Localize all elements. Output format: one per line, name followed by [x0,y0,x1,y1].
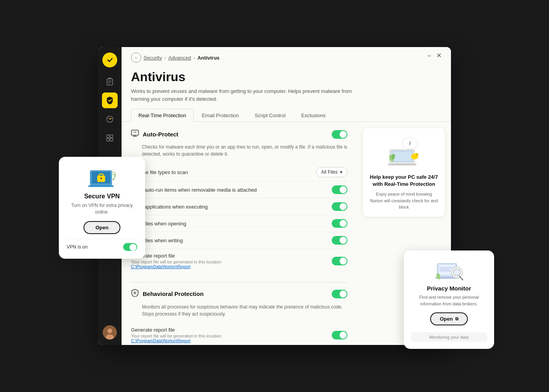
svg-rect-22 [388,164,416,166]
auto-protect-title-row: Auto-Protect [131,130,178,139]
vpn-status-text: VPN is on [67,244,87,250]
page-description: Works to prevent viruses and malware fro… [131,87,366,103]
privacy-title: Privacy Monitor [411,285,487,292]
svg-rect-9 [110,138,113,141]
auto-protect-section: Auto-Protect ✓ Checks for malware each t… [131,130,347,273]
page-title: Antivirus [131,70,442,84]
back-button[interactable]: ‹ [131,53,141,63]
report-file-sublabel: Your report file will be generated in th… [131,260,332,264]
privacy-illustration [435,258,463,281]
behav-report-path[interactable]: C:\ProgramData\Norton\Report [131,338,332,343]
user-avatar[interactable] [103,325,117,339]
performance-icon[interactable] [102,111,118,127]
apps-executing-label: Scan applications when executing [131,204,332,210]
report-file-toggle[interactable]: ✓ [332,257,347,265]
window-controls: – ✕ [427,53,442,59]
behav-report-row: Generate report file Your report file wi… [131,323,347,345]
promo-card-desc: Enjoy peace of mind knowing Norton will … [369,191,438,211]
tab-script[interactable]: Script Control [247,109,293,122]
svg-rect-32 [88,185,114,187]
vpn-status-row: VPN is on ✓ [67,239,137,251]
svg-point-34 [100,178,102,179]
promo-illustration: i [369,134,438,170]
main-split: Auto-Protect ✓ Checks for malware each t… [122,122,451,345]
title-bar: ‹ Security › Advanced › Antivirus – ✕ [122,47,451,63]
privacy-open-button[interactable]: Open ⧉ [430,312,467,325]
svg-point-40 [453,269,460,276]
auto-protect-toggle[interactable]: ✓ [332,130,347,139]
svg-rect-21 [392,151,412,161]
autorun-row: Scan auto-run items when removable media… [131,181,347,198]
apps-executing-toggle[interactable]: ✓ [332,202,347,211]
external-link-icon: ⧉ [455,316,458,321]
svg-point-11 [107,328,112,333]
vpn-popup: Secure VPN Turn on VPN for extra privacy… [59,157,145,259]
report-file-label: Generate report file [131,253,332,259]
behav-report-label: Generate report file [131,327,332,333]
auto-protect-title: Auto-Protect [143,131,178,138]
tab-email[interactable]: Email Protection [195,109,247,122]
svg-point-18 [134,292,136,294]
privacy-desc: Find and remove your personal informatio… [411,294,487,307]
tab-exclusions[interactable]: Exclusions [294,109,333,122]
tab-realtime[interactable]: Real-Time Protection [131,109,194,122]
breadcrumb-advanced[interactable]: Advanced [168,55,191,61]
files-opening-row: Scan files when opening ✓ [131,215,347,232]
file-types-label: Choose file types to scan [131,169,316,175]
apps-executing-row: Scan applications when executing ✓ [131,198,347,215]
svg-line-41 [460,276,463,280]
behav-report-sublabel: Your report file will be generated in th… [131,334,332,338]
tab-bar: Real-Time Protection Email Protection Sc… [122,103,451,122]
report-file-row: Generate report file Your report file wi… [131,249,347,273]
file-types-row: Choose file types to scan All Files ▾ [131,163,347,181]
auto-protect-icon [131,130,139,139]
vpn-toggle[interactable]: ✓ [123,243,137,251]
behav-report-toggle[interactable]: ✓ [332,331,347,339]
auto-protect-header: Auto-Protect ✓ [131,130,347,139]
dropdown-arrow-icon: ▾ [340,169,342,175]
minimize-button[interactable]: – [427,53,431,59]
behavioral-icon [131,289,139,299]
apps-icon[interactable] [102,130,118,146]
realtime-promo-card: i Help keep your PC safe [363,128,445,217]
content-area: ‹ Security › Advanced › Antivirus – ✕ An… [122,47,451,345]
report-file-path[interactable]: C:\ProgramData\Norton\Report [131,264,332,269]
files-opening-label: Scan files when opening [131,221,332,227]
section-divider [131,282,347,283]
auto-protect-desc: Checks for malware each time you or an a… [131,143,347,158]
behavioral-header: Behavioral Protection ✓ [131,289,347,299]
breadcrumb-sep1: › [164,55,166,61]
svg-rect-8 [107,138,109,141]
autorun-label: Scan auto-run items when removable media… [131,187,332,193]
behavioral-toggle[interactable]: ✓ [332,290,347,298]
breadcrumb-security[interactable]: Security [144,55,162,61]
promo-card-title: Help keep your PC safe 24/7 with Real-Ti… [369,174,438,188]
svg-rect-7 [110,135,113,138]
behavioral-title-row: Behavioral Protection [131,289,204,299]
breadcrumb-sep2: › [193,55,195,61]
breadcrumb-current: Antivirus [197,55,219,61]
behavioral-title: Behavioral Protection [143,290,204,297]
file-type-dropdown[interactable]: All Files ▾ [316,167,347,177]
files-writing-row: Scan files when writing ✓ [131,232,347,249]
vpn-open-button[interactable]: Open [84,221,120,234]
files-opening-toggle[interactable]: ✓ [332,219,347,228]
autorun-toggle[interactable]: ✓ [332,185,347,194]
close-button[interactable]: ✕ [436,53,442,59]
behavioral-section: Behavioral Protection ✓ Monitors all pro… [131,289,347,345]
files-writing-toggle[interactable]: ✓ [332,236,347,245]
svg-rect-6 [107,135,109,138]
main-window: ‹ Security › Advanced › Antivirus – ✕ An… [98,47,451,345]
page-header: Antivirus Works to prevent viruses and m… [122,63,451,103]
vpn-desc: Turn on VPN for extra privacy online. [67,202,137,216]
svg-rect-13 [131,130,138,135]
settings-panel: Auto-Protect ✓ Checks for malware each t… [122,122,357,345]
privacy-open-label: Open [440,316,453,322]
shield-icon[interactable] [102,93,118,108]
svg-point-0 [106,56,114,64]
svg-point-27 [416,154,417,155]
privacy-popup: Privacy Monitor Find and remove your per… [404,250,494,349]
behavioral-desc: Monitors all processes for suspicious be… [131,303,347,318]
privacy-status: Monitoring your data [411,332,487,342]
clipboard-icon[interactable] [102,74,118,89]
